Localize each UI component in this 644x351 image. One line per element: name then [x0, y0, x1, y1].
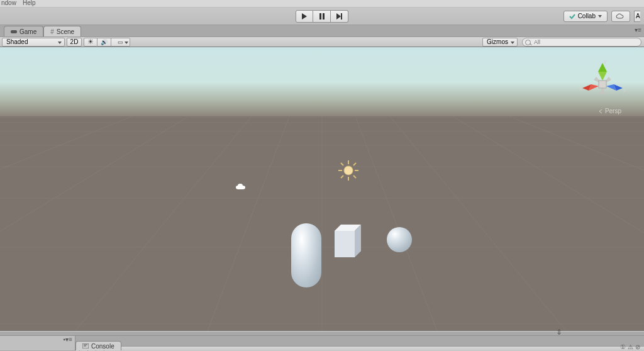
hierarchy-panel-edge: ▪▾≡ — [0, 336, 75, 350]
svg-rect-40 — [599, 81, 606, 88]
svg-marker-3 — [336, 13, 341, 20]
scene-icon-group: ☀ 🔊 ▭ — [84, 38, 130, 47]
svg-line-33 — [353, 163, 356, 165]
step-button[interactable] — [331, 10, 348, 23]
svg-line-32 — [341, 176, 343, 178]
svg-rect-4 — [341, 13, 342, 20]
effects-dropdown[interactable]: ▭ — [111, 38, 130, 47]
svg-marker-36 — [335, 231, 355, 257]
svg-line-30 — [341, 163, 343, 165]
view-2d-label: 2D — [70, 38, 79, 45]
image-icon: ▭ — [118, 39, 123, 45]
fog-gizmo-icon — [235, 182, 249, 191]
scene-toolbar: Shaded 2D ☀ 🔊 ▭ Gizmos All — [0, 36, 644, 47]
playback-controls — [296, 10, 348, 23]
svg-point-25 — [344, 166, 353, 175]
chevron-left-icon — [598, 109, 603, 114]
chevron-down-icon — [125, 42, 128, 44]
capsule-object[interactable] — [291, 223, 321, 287]
tab-console[interactable]: Console — [75, 341, 121, 350]
pause-button[interactable] — [313, 10, 331, 23]
svg-line-31 — [353, 176, 356, 178]
audio-toggle[interactable]: 🔊 — [97, 38, 111, 47]
lighting-toggle[interactable]: ☀ — [84, 38, 97, 47]
floor-grid — [0, 47, 644, 331]
svg-marker-7 — [125, 42, 128, 44]
svg-line-19 — [0, 116, 132, 331]
view-2d-toggle[interactable]: 2D — [67, 38, 82, 47]
svg-line-24 — [355, 116, 437, 331]
sphere-object[interactable] — [387, 227, 412, 252]
menu-help[interactable]: Help — [23, 0, 36, 6]
resize-handle-icon: ⇕ — [556, 328, 562, 337]
panel-menu-icon[interactable]: ▪▾≡ — [64, 336, 72, 343]
cloud-button[interactable] — [611, 11, 630, 22]
svg-line-20 — [390, 116, 566, 331]
panel-menu-icon[interactable]: ▾≡ — [635, 26, 641, 33]
tab-scene[interactable]: # Scene — [43, 26, 81, 36]
tab-bar: Game # Scene ▾≡ — [0, 25, 644, 36]
shading-mode-label: Shaded — [6, 38, 28, 45]
shading-mode-dropdown[interactable]: Shaded — [2, 38, 65, 47]
axis-z-label: z — [623, 87, 626, 93]
axis-y-label: y — [604, 58, 606, 64]
svg-marker-0 — [302, 13, 307, 20]
game-icon — [11, 28, 17, 35]
menu-bar: ndow Help — [0, 0, 644, 8]
sun-icon: ☀ — [87, 38, 94, 46]
svg-line-22 — [509, 116, 644, 331]
tab-game[interactable]: Game — [4, 26, 43, 36]
menu-window[interactable]: ndow — [1, 0, 16, 6]
audio-icon: 🔊 — [101, 39, 108, 45]
svg-line-23 — [208, 116, 289, 331]
svg-line-17 — [75, 116, 252, 331]
search-input[interactable]: All — [522, 38, 641, 47]
gizmos-label: Gizmos — [487, 38, 508, 45]
bottom-panel: ▪▾≡ Console ① ⚠ ⊘ — [0, 336, 644, 350]
panel-splitter[interactable]: ⇕ — [0, 331, 644, 336]
svg-marker-42 — [598, 63, 607, 72]
tab-game-label: Game — [19, 28, 36, 35]
svg-rect-6 — [11, 30, 17, 33]
cloud-icon — [616, 13, 626, 20]
collab-label: Collab — [578, 13, 596, 20]
chevron-down-icon — [598, 15, 602, 18]
scene-viewport[interactable]: x y z Persp — [0, 47, 644, 331]
collab-button[interactable]: Collab — [564, 11, 608, 22]
svg-marker-5 — [598, 15, 602, 18]
tab-scene-label: Scene — [57, 28, 74, 35]
top-toolbar: Collab A — [0, 8, 644, 25]
account-button-fragment[interactable]: A — [634, 11, 640, 22]
tab-console-label: Console — [91, 343, 114, 350]
cube-object[interactable] — [328, 223, 367, 262]
svg-rect-1 — [319, 13, 321, 20]
orientation-gizmo[interactable]: x y z — [577, 56, 628, 113]
toolbar-right-group: Collab A — [564, 11, 640, 22]
light-gizmo-icon — [337, 159, 360, 182]
search-placeholder: All — [534, 39, 540, 45]
bottom-tab-bar: Console — [75, 340, 121, 350]
check-icon — [569, 13, 575, 20]
axis-x-label: x — [579, 86, 582, 92]
scene-toolbar-right: Gizmos All — [482, 38, 641, 47]
svg-rect-2 — [323, 13, 325, 20]
svg-marker-41 — [598, 72, 607, 81]
projection-label[interactable]: Persp — [598, 108, 621, 114]
svg-line-21 — [453, 116, 644, 331]
play-button[interactable] — [296, 10, 313, 23]
console-icon — [82, 343, 89, 348]
console-filter-icons[interactable]: ① ⚠ ⊘ — [620, 343, 640, 350]
console-toolbar — [75, 346, 644, 351]
gizmos-dropdown[interactable]: Gizmos — [482, 38, 518, 47]
svg-line-18 — [0, 116, 189, 331]
